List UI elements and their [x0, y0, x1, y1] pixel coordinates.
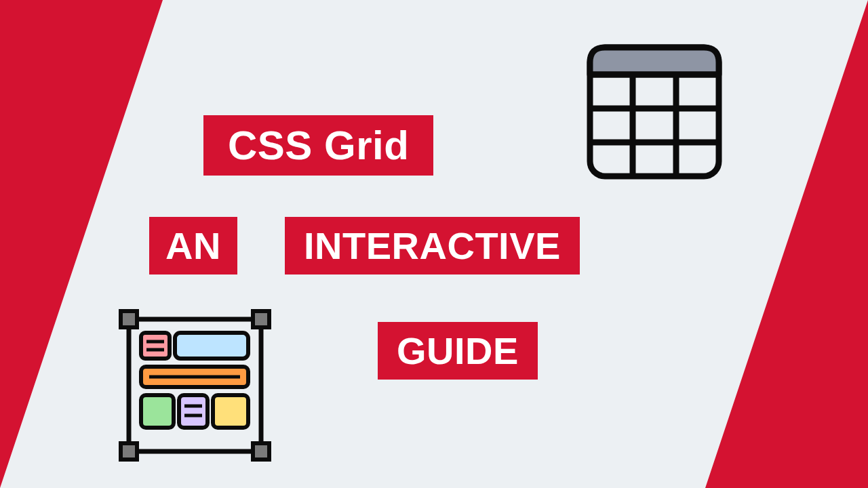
grid-table-icon — [583, 41, 726, 186]
svg-rect-14 — [175, 333, 248, 359]
svg-rect-11 — [141, 333, 170, 359]
accent-triangle-right — [705, 0, 868, 488]
svg-rect-9 — [121, 443, 137, 460]
svg-rect-17 — [141, 395, 174, 428]
title-line-2a: AN — [149, 217, 237, 274]
svg-rect-8 — [253, 311, 269, 327]
svg-rect-21 — [213, 395, 248, 428]
svg-rect-10 — [253, 443, 269, 460]
title-line-2b: INTERACTIVE — [285, 217, 580, 274]
svg-rect-18 — [179, 395, 208, 428]
svg-rect-7 — [121, 311, 137, 327]
layout-artboard-icon — [115, 306, 275, 468]
title-line-3: GUIDE — [378, 322, 538, 380]
title-line-1: CSS Grid — [203, 115, 433, 176]
